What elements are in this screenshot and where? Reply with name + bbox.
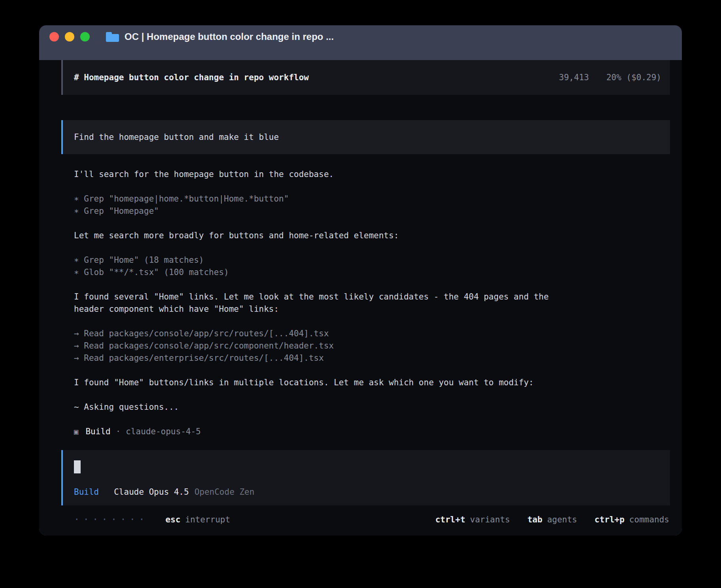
input-provider-label: OpenCode Zen: [194, 487, 255, 497]
folder-icon: [106, 32, 119, 42]
user-message-text: Find the homepage button and make it blu…: [74, 132, 279, 142]
status-bar-right: ctrl+t variants tab agents ctrl+p comman…: [435, 515, 669, 524]
terminal-window: OC | Homepage button color change in rep…: [39, 25, 682, 535]
agent-icon: ▣: [74, 426, 78, 438]
conversation: I'll search for the homepage button in t…: [61, 168, 670, 438]
tool-call-grep: ∗ Grep "Homepage": [74, 205, 670, 217]
agent-status-line: ▣ Build · claude-opus-4-5: [74, 426, 670, 438]
agents-label: agents: [547, 515, 577, 524]
window-title: OC | Homepage button color change in rep…: [125, 31, 334, 42]
close-button[interactable]: [49, 32, 59, 41]
commands-label: commands: [629, 515, 669, 524]
shortcut-variants[interactable]: ctrl+t variants: [435, 515, 510, 524]
shortcut-agents[interactable]: tab agents: [527, 515, 577, 524]
context-usage: 20% ($0.29): [606, 73, 661, 82]
tool-call-read: → Read packages/enterprise/src/routes/[.…: [74, 352, 670, 364]
minimize-button[interactable]: [65, 32, 74, 41]
titlebar[interactable]: OC | Homepage button color change in rep…: [39, 25, 682, 48]
variants-label: variants: [470, 515, 510, 524]
esc-label: interrupt: [185, 515, 230, 524]
esc-key: esc: [166, 515, 181, 524]
tool-call-group: → Read packages/console/app/src/routes/[…: [74, 328, 670, 364]
shortcut-commands[interactable]: ctrl+p commands: [595, 515, 669, 524]
assistant-text: Let me search more broadly for buttons a…: [74, 230, 670, 242]
tool-call-grep: ∗ Grep "Home" (18 matches): [74, 254, 670, 266]
session-header: # Homepage button color change in repo w…: [61, 60, 670, 95]
zoom-button[interactable]: [80, 32, 90, 41]
session-stats: 39,413 20% ($0.29): [559, 73, 661, 82]
shortcut-interrupt[interactable]: esc interrupt: [166, 515, 230, 524]
separator-dot: ·: [116, 426, 121, 438]
input-meta: Build Claude Opus 4.5 OpenCode Zen: [74, 487, 659, 497]
tool-call-group: ∗ Grep "Home" (18 matches) ∗ Glob "**/*.…: [74, 254, 670, 279]
input-model-label: Claude Opus 4.5: [114, 487, 189, 497]
terminal-content: # Homepage button color change in repo w…: [39, 60, 682, 535]
tool-call-grep: ∗ Grep "homepage|home.*button|Home.*butt…: [74, 193, 670, 205]
text-cursor: [74, 460, 81, 473]
tool-call-read: → Read packages/console/app/src/componen…: [74, 340, 670, 352]
tool-call-group: ∗ Grep "homepage|home.*button|Home.*butt…: [74, 193, 670, 217]
assistant-text: I found several "Home" links. Let me loo…: [74, 291, 576, 315]
agent-name: Build: [85, 426, 110, 438]
variants-key: ctrl+t: [435, 515, 465, 524]
user-message: Find the homepage button and make it blu…: [61, 120, 670, 154]
assistant-text: I'll search for the homepage button in t…: [74, 168, 670, 181]
status-bar: ········ esc interrupt ctrl+t variants t…: [61, 514, 670, 525]
prompt-input[interactable]: Build Claude Opus 4.5 OpenCode Zen: [61, 450, 670, 505]
agents-key: tab: [527, 515, 542, 524]
token-count: 39,413: [559, 73, 589, 82]
commands-key: ctrl+p: [595, 515, 625, 524]
session-title: # Homepage button color change in repo w…: [74, 73, 309, 82]
tool-call-read: → Read packages/console/app/src/routes/[…: [74, 328, 670, 340]
tool-call-glob: ∗ Glob "**/*.tsx" (100 matches): [74, 266, 670, 279]
agent-model: claude-opus-4-5: [126, 426, 201, 438]
spinner-dots-icon: ········: [74, 514, 148, 525]
assistant-text: I found "Home" buttons/links in multiple…: [74, 377, 576, 389]
input-mode-label: Build: [74, 487, 99, 497]
status-text: ~ Asking questions...: [74, 401, 670, 413]
